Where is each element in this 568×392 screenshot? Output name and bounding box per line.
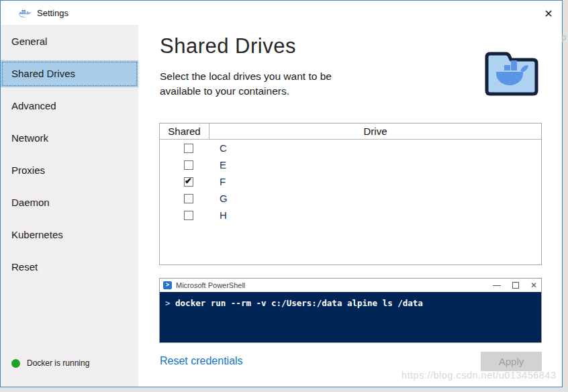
window-title: Settings xyxy=(37,8,68,18)
table-row: C xyxy=(160,140,541,156)
powershell-maximize-icon[interactable] xyxy=(512,282,519,289)
status-dot-icon xyxy=(11,359,20,368)
sidebar-item-kubernetes[interactable]: Kubernetes xyxy=(1,222,138,248)
close-icon[interactable]: ✕ xyxy=(540,6,557,22)
docker-folder-icon xyxy=(480,42,543,99)
powershell-titlebar: > Microsoft PowerShell — ✕ xyxy=(160,279,541,292)
sidebar-item-general[interactable]: General xyxy=(1,28,138,55)
table-row: E xyxy=(160,156,541,173)
docker-status: Docker is running xyxy=(11,358,89,368)
column-header-shared: Shared xyxy=(160,124,209,139)
powershell-close-icon[interactable]: ✕ xyxy=(530,281,537,290)
powershell-icon: > xyxy=(163,281,172,289)
drive-checkbox[interactable] xyxy=(184,211,193,220)
table-row: F xyxy=(160,173,541,190)
powershell-minimize-icon[interactable]: — xyxy=(493,281,501,290)
drive-letter: C xyxy=(220,142,227,154)
page-title: Shared Drives xyxy=(160,34,296,58)
powershell-console[interactable]: > docker run --rm -v c:/Users:/data alpi… xyxy=(160,292,541,342)
drive-checkbox[interactable] xyxy=(184,177,193,187)
column-header-drive: Drive xyxy=(209,124,541,139)
drive-checkbox[interactable] xyxy=(184,160,193,170)
powershell-title: Microsoft PowerShell xyxy=(176,281,245,289)
powershell-window: > Microsoft PowerShell — ✕ > docker run … xyxy=(159,278,542,343)
sidebar-item-proxies[interactable]: Proxies xyxy=(1,157,138,184)
drive-letter: G xyxy=(220,193,228,204)
docker-whale-icon xyxy=(18,7,32,19)
main-panel: Shared Drives Select the local drives yo… xyxy=(138,25,562,387)
table-row: H xyxy=(160,207,541,224)
table-row: G xyxy=(160,190,541,207)
page-description: Select the local drives you want to be a… xyxy=(160,69,361,99)
apply-button[interactable]: Apply xyxy=(481,352,542,371)
sidebar-item-advanced[interactable]: Advanced xyxy=(1,93,138,119)
sidebar-item-daemon[interactable]: Daemon xyxy=(1,189,138,216)
powershell-command: docker run --rm -v c:/Users:/data alpine… xyxy=(175,298,423,308)
shared-drives-table: Shared Drive C E F G H xyxy=(159,123,542,265)
sidebar-item-network[interactable]: Network xyxy=(1,125,138,152)
drive-checkbox[interactable] xyxy=(184,194,193,203)
status-text: Docker is running xyxy=(27,358,89,368)
sidebar: General Shared Drives Advanced Network P… xyxy=(1,25,138,387)
title-bar: Settings ✕ xyxy=(1,1,562,25)
watermark-partial: p xyxy=(561,32,566,42)
reset-credentials-link[interactable]: Reset credentials xyxy=(160,355,243,367)
watermark-url: https://blog.csdn.net/u013456843 xyxy=(401,370,556,381)
sidebar-item-reset[interactable]: Reset xyxy=(1,254,138,281)
drive-letter: F xyxy=(220,176,226,187)
sidebar-item-shared-drives[interactable]: Shared Drives xyxy=(1,60,138,87)
drive-letter: E xyxy=(220,159,226,170)
drive-letter: H xyxy=(220,209,227,221)
table-header: Shared Drive xyxy=(160,124,541,140)
settings-window: Settings ✕ General Shared Drives Advance… xyxy=(0,0,563,387)
powershell-prompt: > xyxy=(165,298,171,308)
drive-checkbox[interactable] xyxy=(184,144,193,153)
